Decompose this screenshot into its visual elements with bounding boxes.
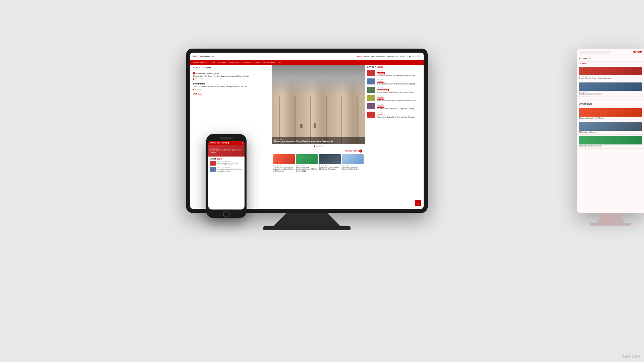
- phone-menu-icon[interactable]: ≡: [242, 142, 243, 144]
- right-news-title-1[interactable]: Chinese Smart Van System Provides Seamle…: [579, 77, 642, 79]
- nav-media-resources[interactable]: Media Resources ▾: [371, 55, 385, 57]
- news-thumb-1: [367, 70, 375, 76]
- search-icon[interactable]: 🔍: [419, 55, 421, 57]
- subnav-jd-health[interactable]: JD Health: [253, 62, 260, 63]
- top-button[interactable]: ▲ TOP: [415, 200, 421, 206]
- phone-hero: JD TECHNOLOGY JD Contributes to 5G's Pro…: [208, 145, 245, 157]
- subnav-jd-retail[interactable]: JD Retail: [209, 62, 215, 63]
- phone-news-text-1[interactable]: JD.com and Lagardère Travel Retail Annou…: [217, 162, 243, 166]
- news-title-6[interactable]: With Universal Studios Set to Open in Be…: [377, 116, 422, 118]
- facebook-icon[interactable]: f: [408, 55, 408, 57]
- news-title-4[interactable]: JD and Kuaishou to Support Livestream In…: [377, 100, 422, 102]
- right-latest-title-3[interactable]: JD Contributes to 5G's Profound...: [579, 145, 642, 147]
- nav-media-reports[interactable]: Media Reports: [387, 55, 398, 57]
- media-report-item-1: South China Morning Post Chinese Smart V…: [193, 72, 269, 80]
- view-all-btn[interactable]: VIEW ALL ➤: [193, 93, 269, 95]
- news-thumb-4: [367, 95, 375, 101]
- watermark: 洛克网·摄图网: [622, 354, 641, 359]
- subnav-in-depths[interactable]: In-Depths & Reports: [193, 62, 207, 63]
- news-info-4: SEP 1, 2021 JD RETAIL JD and Kuaishou to…: [377, 95, 422, 102]
- news-date-5: SEP 1, 2021: [377, 103, 422, 105]
- linkedin-icon[interactable]: in: [415, 55, 416, 57]
- subnav-esg[interactable]: ESG: [279, 62, 282, 63]
- social-icons: f ▶ ◎ in t 🔍: [408, 55, 421, 57]
- date-dot-2: [193, 89, 194, 90]
- phone-news-text-2[interactable]: JD worldwide to Explore Multi-Retail Mod…: [217, 168, 243, 172]
- report-title-2[interactable]: China's E-Commerce Giant JD.com Seeing '…: [193, 85, 269, 88]
- news-info-1: SEP 3, 2021 FINANCIAL JD.com and Lagardè…: [377, 70, 422, 77]
- nav-news[interactable]: News ▾: [364, 55, 369, 57]
- dot-2[interactable]: [316, 145, 318, 147]
- phone-next-icon[interactable]: ›: [243, 158, 243, 160]
- instagram-icon[interactable]: ◎: [412, 55, 414, 57]
- right-news-title-2[interactable]: Bloomberg China's E-Commerce...: [579, 93, 642, 95]
- right-latest-title-2[interactable]: JD Worldwide to Explore...: [579, 131, 642, 133]
- right-latest-thumb-2: [579, 122, 642, 131]
- phone-news-item-2: SEP 2, 2021 | JD RETAIL JD worldwide to …: [210, 167, 243, 172]
- news-date-3: SEP 1, 2021: [377, 87, 422, 88]
- right-latest-thumb-3: [579, 136, 642, 144]
- subnav-jd-technology[interactable]: JD Technology: [229, 62, 238, 63]
- article-title-4[interactable]: JD Catering: Reshaping Convenient Fuelin…: [342, 167, 364, 171]
- prev-arrow[interactable]: ‹: [262, 67, 265, 70]
- right-nav: JD.COM: [577, 49, 644, 56]
- article-title-2[interactable]: Report: Automotive Consumption Trends of…: [296, 167, 318, 173]
- phone-logo: JD.COM Corporate Blog: [210, 142, 229, 144]
- news-title-2[interactable]: JD Worldwide to Explore Multi-Retail Mod…: [377, 83, 422, 85]
- next-arrow[interactable]: ›: [266, 67, 269, 70]
- report-title-1[interactable]: Chinese Smart Van System Provides Seamle…: [193, 75, 269, 77]
- phone-home-button[interactable]: [223, 211, 230, 218]
- article-title-1[interactable]: JD.ID Explores Omni-channel Innovation a…: [273, 167, 295, 173]
- dot-1[interactable]: [314, 145, 315, 147]
- right-latest-title-1[interactable]: JD.com and Lagardère Travel Retail...: [579, 117, 642, 119]
- subnav-jd-worldwide[interactable]: JD Worldwide: [241, 62, 251, 63]
- news-title-1[interactable]: JD.com and Lagardère Travel Retail Annou…: [377, 75, 422, 77]
- news-thumb-2: [367, 78, 375, 84]
- phone-news-item-1: SEP 3, 2021 | FINANCIAL JD.com and Lagar…: [210, 161, 243, 166]
- right-latest-thumb-1: [579, 108, 642, 117]
- news-item-1: SEP 3, 2021 FINANCIAL JD.com and Lagardè…: [367, 70, 422, 77]
- news-cat-1: FINANCIAL: [377, 72, 385, 74]
- main-scene: ⚙ JD.COM Corporate Blog Home News ▾ Medi…: [0, 0, 644, 362]
- twitter-icon[interactable]: t: [417, 55, 418, 57]
- source-name-2: Bloomberg: [193, 82, 205, 85]
- nav-home[interactable]: Home: [357, 55, 362, 57]
- news-item-2: SEP 2, 2021 JD RETAIL JD Worldwide to Ex…: [367, 78, 422, 85]
- source-name-1: South China Morning Post: [196, 72, 219, 74]
- article-title-3[interactable]: From Gen Z to Silver Seniors: JD Caterin…: [319, 167, 340, 171]
- hero-overlay: FINANCIAL JD.com and Lagardère Travel Re…: [272, 137, 365, 144]
- news-cat-6: JD RETAIL: [377, 114, 384, 116]
- phone-frame: JD.COM Corporate Blog ≡ JD TECHNOLOGY JD…: [206, 134, 247, 218]
- subnav-executive-spotlights[interactable]: Executive Spotlights: [263, 62, 276, 63]
- nav-about[interactable]: About ▾: [400, 55, 406, 57]
- news-title-3[interactable]: JD Contributes to 5G's Profound Impact a…: [377, 92, 422, 94]
- report-date-1: JUL 15, 2021: [193, 78, 269, 80]
- news-thumb-3: [367, 87, 375, 93]
- see-all-arrow-icon[interactable]: ➤: [359, 149, 362, 153]
- right-news-thumb-1: [579, 67, 642, 75]
- phone-latest-news-title: LATEST NEWS ‹ ›: [210, 158, 243, 160]
- article-thumb-2: [296, 154, 318, 164]
- phone-website: JD.COM Corporate Blog ≡ JD TECHNOLOGY JD…: [208, 141, 245, 209]
- article-thumb-1: [273, 154, 295, 164]
- news-thumb-5: [367, 103, 375, 109]
- see-all-posts-btn[interactable]: SEE ALL POSTS: [345, 150, 359, 152]
- right-latest-news-title: LATEST NEWS: [577, 101, 644, 107]
- youtube-icon[interactable]: ▶: [409, 55, 411, 57]
- phone-prev-icon[interactable]: ‹: [241, 158, 242, 160]
- site-logo: ⚙ JD.COM Corporate Blog: [193, 55, 214, 57]
- article-thumb-3: [319, 154, 340, 164]
- subnav-jd-logistics[interactable]: JD Logistics: [218, 62, 226, 63]
- phone-news-thumb-2: [210, 167, 216, 172]
- article-card-1: AUG 26, 2021 JD.ID Explores Omni-channel…: [273, 154, 295, 173]
- news-thumb-6: [367, 112, 375, 118]
- news-title-5[interactable]: JD Report Reveals the Rising of 'Living …: [377, 108, 422, 110]
- right-site: JD.COM MEDIA REPO UD Health AUG 26, 2021…: [577, 49, 644, 213]
- article-thumb-4: [342, 154, 364, 164]
- right-latest-item-2: JD Worldwide to Explore...: [577, 121, 644, 135]
- news-date-4: SEP 1, 2021: [377, 95, 422, 97]
- dot-4[interactable]: [322, 145, 323, 147]
- news-cat-5: JD RETAIL: [377, 106, 384, 108]
- dot-3[interactable]: [319, 145, 321, 147]
- news-item-5: SEP 1, 2021 JD RETAIL JD Report Reveals …: [367, 103, 422, 110]
